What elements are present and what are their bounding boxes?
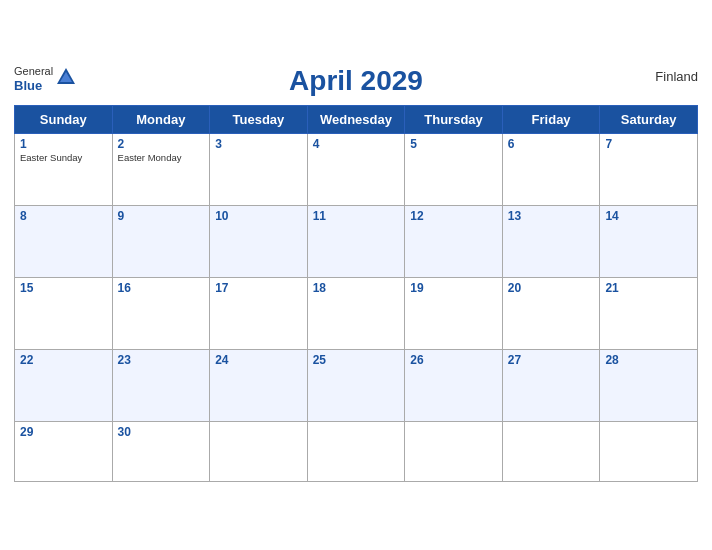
calendar-day-cell: 7 — [600, 133, 698, 205]
calendar-day-cell: 21 — [600, 277, 698, 349]
day-number: 3 — [215, 137, 302, 151]
day-number: 25 — [313, 353, 400, 367]
header-wednesday: Wednesday — [307, 105, 405, 133]
holiday-label: Easter Monday — [118, 152, 205, 163]
country-label: Finland — [655, 69, 698, 84]
calendar-day-cell: 19 — [405, 277, 503, 349]
day-number: 13 — [508, 209, 595, 223]
calendar-day-cell: 30 — [112, 421, 210, 481]
day-number: 15 — [20, 281, 107, 295]
holiday-label: Easter Sunday — [20, 152, 107, 163]
calendar-day-cell: 23 — [112, 349, 210, 421]
day-number: 10 — [215, 209, 302, 223]
day-number: 20 — [508, 281, 595, 295]
header-friday: Friday — [502, 105, 600, 133]
calendar-day-cell: 26 — [405, 349, 503, 421]
day-number: 5 — [410, 137, 497, 151]
day-number: 28 — [605, 353, 692, 367]
calendar-week-row: 22232425262728 — [15, 349, 698, 421]
day-number: 29 — [20, 425, 107, 439]
calendar-day-cell: 6 — [502, 133, 600, 205]
weekday-header-row: Sunday Monday Tuesday Wednesday Thursday… — [15, 105, 698, 133]
day-number: 2 — [118, 137, 205, 151]
calendar-day-cell: 15 — [15, 277, 113, 349]
day-number: 9 — [118, 209, 205, 223]
calendar-day-cell: 14 — [600, 205, 698, 277]
calendar-day-cell: 1Easter Sunday — [15, 133, 113, 205]
day-number: 21 — [605, 281, 692, 295]
calendar-day-cell: 13 — [502, 205, 600, 277]
calendar-day-cell: 4 — [307, 133, 405, 205]
day-number: 1 — [20, 137, 107, 151]
calendar-day-cell: 11 — [307, 205, 405, 277]
calendar-day-cell: 8 — [15, 205, 113, 277]
calendar-day-cell: 9 — [112, 205, 210, 277]
header-thursday: Thursday — [405, 105, 503, 133]
day-number: 27 — [508, 353, 595, 367]
calendar-day-cell — [600, 421, 698, 481]
logo-general: General — [14, 65, 53, 78]
header-monday: Monday — [112, 105, 210, 133]
logo-bird-icon — [55, 66, 77, 92]
day-number: 4 — [313, 137, 400, 151]
calendar-week-row: 891011121314 — [15, 205, 698, 277]
logo-blue: Blue — [14, 78, 53, 94]
calendar-week-row: 15161718192021 — [15, 277, 698, 349]
calendar-day-cell: 5 — [405, 133, 503, 205]
calendar-day-cell — [405, 421, 503, 481]
calendar-day-cell — [502, 421, 600, 481]
day-number: 26 — [410, 353, 497, 367]
calendar-day-cell: 16 — [112, 277, 210, 349]
calendar-day-cell: 3 — [210, 133, 308, 205]
calendar-day-cell: 24 — [210, 349, 308, 421]
calendar-day-cell: 17 — [210, 277, 308, 349]
day-number: 19 — [410, 281, 497, 295]
day-number: 11 — [313, 209, 400, 223]
calendar-day-cell — [307, 421, 405, 481]
header-sunday: Sunday — [15, 105, 113, 133]
day-number: 22 — [20, 353, 107, 367]
calendar-title: April 2029 — [289, 65, 423, 97]
calendar-day-cell: 20 — [502, 277, 600, 349]
calendar-day-cell: 12 — [405, 205, 503, 277]
calendar-container: General Blue April 2029 Finland Sunday M… — [0, 55, 712, 496]
day-number: 24 — [215, 353, 302, 367]
calendar-week-row: 2930 — [15, 421, 698, 481]
logo-area: General Blue — [14, 65, 77, 94]
calendar-week-row: 1Easter Sunday2Easter Monday34567 — [15, 133, 698, 205]
day-number: 14 — [605, 209, 692, 223]
calendar-day-cell: 22 — [15, 349, 113, 421]
calendar-table: Sunday Monday Tuesday Wednesday Thursday… — [14, 105, 698, 482]
calendar-day-cell: 18 — [307, 277, 405, 349]
header-saturday: Saturday — [600, 105, 698, 133]
day-number: 6 — [508, 137, 595, 151]
calendar-day-cell: 29 — [15, 421, 113, 481]
calendar-day-cell: 25 — [307, 349, 405, 421]
day-number: 30 — [118, 425, 205, 439]
header-tuesday: Tuesday — [210, 105, 308, 133]
day-number: 17 — [215, 281, 302, 295]
calendar-day-cell — [210, 421, 308, 481]
day-number: 18 — [313, 281, 400, 295]
calendar-day-cell: 27 — [502, 349, 600, 421]
calendar-day-cell: 10 — [210, 205, 308, 277]
day-number: 7 — [605, 137, 692, 151]
day-number: 12 — [410, 209, 497, 223]
calendar-header: General Blue April 2029 Finland — [14, 65, 698, 97]
calendar-day-cell: 28 — [600, 349, 698, 421]
day-number: 16 — [118, 281, 205, 295]
day-number: 23 — [118, 353, 205, 367]
calendar-day-cell: 2Easter Monday — [112, 133, 210, 205]
day-number: 8 — [20, 209, 107, 223]
